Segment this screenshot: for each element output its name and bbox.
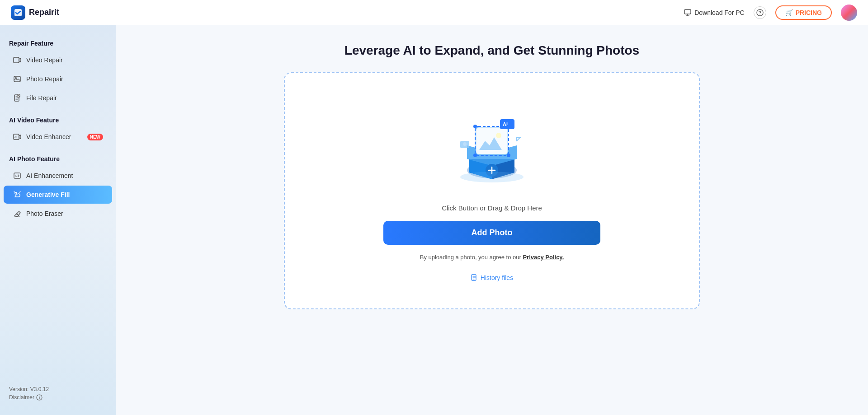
video-repair-icon xyxy=(13,56,22,65)
svg-point-30 xyxy=(460,172,524,182)
svg-point-3 xyxy=(760,14,760,14)
file-repair-icon xyxy=(13,93,22,103)
monitor-icon xyxy=(684,9,692,17)
pricing-button[interactable]: 🛒 PRICING xyxy=(775,5,832,20)
video-repair-label: Video Repair xyxy=(26,56,103,64)
sidebar-footer: Version: V3.0.12 Disclaimer xyxy=(0,381,116,406)
app-logo[interactable]: Repairit xyxy=(11,5,59,20)
svg-point-29 xyxy=(463,142,467,146)
app-header: Repairit Download For PC 🛒 PRICING xyxy=(0,0,868,25)
svg-rect-4 xyxy=(14,57,19,63)
new-badge: NEW xyxy=(87,134,103,140)
photo-repair-label: Photo Repair xyxy=(26,75,103,83)
upload-hint: Click Button or Drag & Drop Here xyxy=(442,204,542,212)
disclaimer-label: Disclaimer xyxy=(9,394,34,401)
privacy-link[interactable]: Privacy Policy. xyxy=(523,254,564,261)
svg-rect-18 xyxy=(476,127,508,154)
svg-point-15 xyxy=(39,396,39,396)
sidebar-item-file-repair[interactable]: File Repair xyxy=(4,89,112,107)
upload-area[interactable]: AI xyxy=(284,72,700,309)
logo-text: Repairit xyxy=(29,8,59,17)
ai-enhancement-icon: AI xyxy=(13,171,22,180)
file-repair-label: File Repair xyxy=(26,94,103,102)
pricing-label: PRICING xyxy=(796,9,822,16)
section-label-ai-photo: AI Photo Feature xyxy=(0,152,116,166)
privacy-text: By uploading a photo, you agree to our P… xyxy=(420,254,564,261)
version-text: Version: V3.0.12 xyxy=(9,386,107,392)
svg-text:AI: AI xyxy=(14,135,17,138)
svg-point-13 xyxy=(15,192,17,194)
svg-point-19 xyxy=(496,133,501,138)
user-avatar[interactable] xyxy=(841,5,857,21)
main-content: Leverage AI to Expand, and Get Stunning … xyxy=(116,25,868,415)
history-label: History files xyxy=(481,274,513,281)
section-label-repair: Repair Feature xyxy=(0,36,116,51)
download-label: Download For PC xyxy=(694,9,745,16)
photo-eraser-label: Photo Eraser xyxy=(26,210,103,217)
svg-point-24 xyxy=(507,125,510,128)
sidebar-item-video-enhancer[interactable]: AI Video Enhancer NEW xyxy=(4,128,112,146)
svg-point-25 xyxy=(473,154,477,157)
info-icon xyxy=(36,394,42,401)
video-enhancer-icon: AI xyxy=(13,132,22,141)
photo-repair-icon xyxy=(13,75,22,84)
svg-point-23 xyxy=(473,125,477,128)
sidebar-item-generative-fill[interactable]: Generative Fill xyxy=(4,186,112,204)
sidebar-item-ai-enhancement[interactable]: AI AI Enhancement xyxy=(4,167,112,185)
pricing-cart-icon: 🛒 xyxy=(785,9,793,16)
sidebar-item-photo-repair[interactable]: Photo Repair xyxy=(4,70,112,88)
privacy-prefix: By uploading a photo, you agree to our xyxy=(420,254,521,261)
sidebar-item-video-repair[interactable]: Video Repair xyxy=(4,51,112,69)
page-title: Leverage AI to Expand, and Get Stunning … xyxy=(344,43,639,58)
main-layout: Repair Feature Video Repair Photo Repair xyxy=(0,25,868,415)
svg-point-26 xyxy=(507,154,510,157)
help-button[interactable] xyxy=(754,6,766,19)
svg-rect-5 xyxy=(14,76,20,82)
logo-icon xyxy=(11,5,25,20)
generative-fill-icon xyxy=(13,190,22,199)
svg-text:AI: AI xyxy=(15,175,18,177)
generative-fill-label: Generative Fill xyxy=(26,191,103,198)
history-files-button[interactable]: History files xyxy=(471,274,513,281)
download-button[interactable]: Download For PC xyxy=(684,9,745,17)
ai-illustration: AI xyxy=(447,100,537,191)
section-label-ai-video: AI Video Feature xyxy=(0,113,116,127)
sidebar-item-photo-eraser[interactable]: Photo Eraser xyxy=(4,205,112,223)
sidebar: Repair Feature Video Repair Photo Repair xyxy=(0,25,116,415)
ai-enhancement-label: AI Enhancement xyxy=(26,172,103,179)
header-actions: Download For PC 🛒 PRICING xyxy=(684,5,857,21)
photo-eraser-icon xyxy=(13,209,22,218)
video-enhancer-label: Video Enhancer xyxy=(26,133,83,140)
add-photo-button[interactable]: Add Photo xyxy=(383,221,600,245)
svg-rect-1 xyxy=(684,9,691,14)
help-icon xyxy=(756,9,764,16)
history-icon xyxy=(471,274,478,281)
disclaimer-button[interactable]: Disclaimer xyxy=(9,394,107,401)
